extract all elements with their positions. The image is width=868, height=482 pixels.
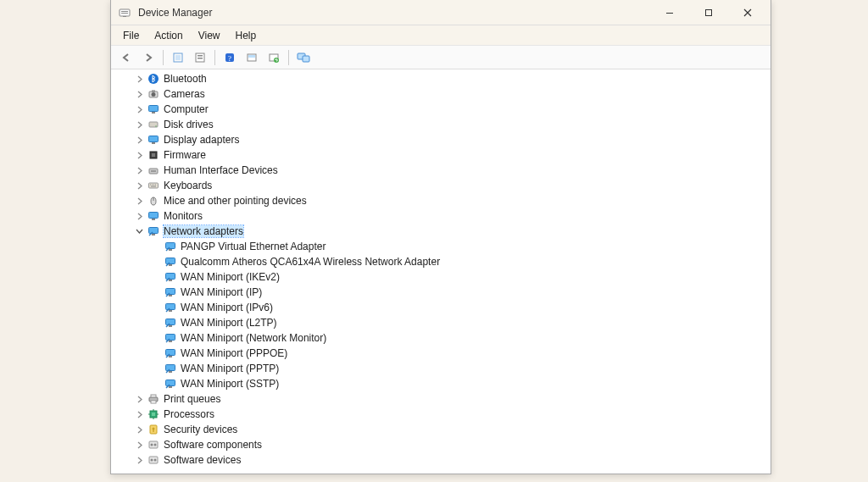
tree-category[interactable]: Security devices — [118, 422, 771, 437]
chevron-right-icon[interactable] — [133, 424, 145, 435]
chevron-right-icon[interactable] — [133, 88, 145, 100]
tree-device[interactable]: WAN Miniport (IP) — [118, 285, 771, 300]
titlebar: Device Manager — [111, 0, 771, 25]
svg-rect-1 — [121, 11, 128, 12]
svg-rect-35 — [152, 185, 153, 186]
network-icon — [164, 346, 177, 360]
keyboard-icon — [147, 179, 160, 192]
network-icon — [164, 377, 177, 391]
toolbar-separator — [288, 50, 289, 65]
close-button[interactable] — [728, 0, 767, 25]
properties-button[interactable] — [190, 48, 210, 67]
tree-category[interactable]: Print queues — [118, 391, 771, 407]
chevron-right-icon[interactable] — [133, 408, 145, 420]
software-icon — [147, 453, 160, 467]
tree-item-label: WAN Miniport (PPTP) — [181, 363, 279, 374]
chevron-right-icon[interactable] — [133, 439, 145, 451]
tree-category[interactable]: Monitors — [118, 208, 771, 224]
menu-file[interactable]: File — [116, 27, 146, 44]
svg-rect-32 — [151, 170, 156, 172]
help-button[interactable]: ? — [220, 48, 240, 67]
chevron-right-icon[interactable] — [133, 103, 145, 115]
tree-device[interactable]: PANGP Virtual Ethernet Adapter — [118, 239, 771, 254]
svg-rect-22 — [152, 91, 155, 92]
tree-category[interactable]: Human Interface Devices — [118, 163, 771, 178]
svg-rect-51 — [166, 289, 175, 295]
chevron-right-icon[interactable] — [133, 119, 145, 130]
tree-item-label: Software components — [164, 439, 262, 451]
devices-button[interactable] — [293, 48, 314, 67]
minimize-button[interactable] — [650, 0, 689, 25]
svg-rect-54 — [169, 310, 172, 312]
chevron-right-icon[interactable] — [133, 149, 145, 161]
menubar: File Action View Help — [111, 25, 771, 46]
menu-action[interactable]: Action — [147, 27, 189, 44]
chevron-right-icon[interactable] — [133, 73, 145, 85]
svg-rect-14 — [248, 55, 255, 58]
svg-rect-60 — [169, 356, 172, 357]
toolbar-separator — [163, 50, 164, 65]
tree-device[interactable]: WAN Miniport (PPTP) — [118, 361, 771, 376]
tree-category[interactable]: Cameras — [118, 86, 771, 102]
svg-rect-41 — [149, 213, 159, 219]
chevron-right-icon[interactable] — [133, 210, 145, 222]
tree-category[interactable]: Software components — [118, 437, 771, 452]
security-icon — [147, 423, 160, 436]
chevron-right-icon[interactable] — [133, 164, 145, 176]
tree-device[interactable]: Qualcomm Atheros QCA61x4A Wireless Netwo… — [118, 254, 771, 269]
mouse-icon — [147, 194, 160, 208]
tree-category[interactable]: Software devices — [118, 452, 771, 468]
device-tree[interactable]: BluetoothCamerasComputerDisk drivesDispl… — [111, 69, 771, 474]
software-icon — [147, 438, 160, 452]
svg-rect-56 — [169, 325, 172, 327]
device-manager-window: Device Manager File Action View Help — [110, 0, 771, 474]
tree-category[interactable]: Processors — [118, 407, 771, 422]
network-icon — [164, 270, 177, 284]
refresh-button[interactable] — [264, 48, 284, 67]
tree-device[interactable]: WAN Miniport (IKEv2) — [118, 269, 771, 285]
tree-item-label: Network adapters — [164, 225, 243, 237]
svg-rect-27 — [149, 136, 159, 142]
svg-rect-43 — [149, 228, 159, 234]
tree-item-label: WAN Miniport (IP) — [181, 286, 262, 298]
tree-device[interactable]: WAN Miniport (PPPOE) — [118, 346, 771, 361]
printer-icon — [147, 392, 160, 406]
tree-device[interactable]: WAN Miniport (IPv6) — [118, 300, 771, 315]
svg-rect-7 — [175, 55, 181, 60]
svg-rect-44 — [152, 234, 155, 235]
chevron-right-icon[interactable] — [133, 393, 145, 405]
maximize-button[interactable] — [689, 0, 728, 25]
chip-icon — [147, 148, 160, 162]
scan-button[interactable] — [242, 48, 262, 67]
tree-category[interactable]: Disk drives — [118, 117, 771, 132]
svg-point-79 — [154, 444, 157, 446]
menu-help[interactable]: Help — [229, 27, 264, 44]
tree-category[interactable]: Mice and other pointing devices — [118, 193, 771, 208]
chevron-down-icon[interactable] — [133, 225, 145, 237]
network-icon — [164, 362, 177, 375]
tree-device[interactable]: WAN Miniport (Network Monitor) — [118, 330, 771, 346]
svg-point-81 — [151, 459, 153, 462]
chevron-right-icon[interactable] — [133, 180, 145, 191]
tree-device[interactable]: WAN Miniport (SSTP) — [118, 376, 771, 391]
forward-button[interactable] — [138, 48, 159, 67]
svg-rect-63 — [166, 380, 175, 386]
tree-category[interactable]: Network adapters — [118, 224, 771, 239]
tree-item-label: Keyboards — [164, 180, 212, 191]
chevron-right-icon[interactable] — [133, 134, 145, 146]
svg-rect-36 — [153, 185, 154, 186]
svg-rect-49 — [166, 274, 175, 280]
tree-category[interactable]: Display adapters — [118, 132, 771, 147]
chevron-right-icon[interactable] — [133, 195, 145, 207]
tree-device[interactable]: WAN Miniport (L2TP) — [118, 315, 771, 330]
tree-category[interactable]: Bluetooth — [118, 71, 771, 86]
tree-category[interactable]: Computer — [118, 102, 771, 117]
tree-category[interactable]: Firmware — [118, 147, 771, 163]
menu-view[interactable]: View — [192, 27, 227, 44]
chevron-right-icon[interactable] — [133, 454, 145, 466]
back-button[interactable] — [116, 48, 136, 67]
svg-rect-50 — [169, 280, 172, 281]
show-hidden-button[interactable] — [168, 48, 188, 67]
window-title: Device Manager — [138, 7, 650, 19]
tree-category[interactable]: Keyboards — [118, 178, 771, 193]
